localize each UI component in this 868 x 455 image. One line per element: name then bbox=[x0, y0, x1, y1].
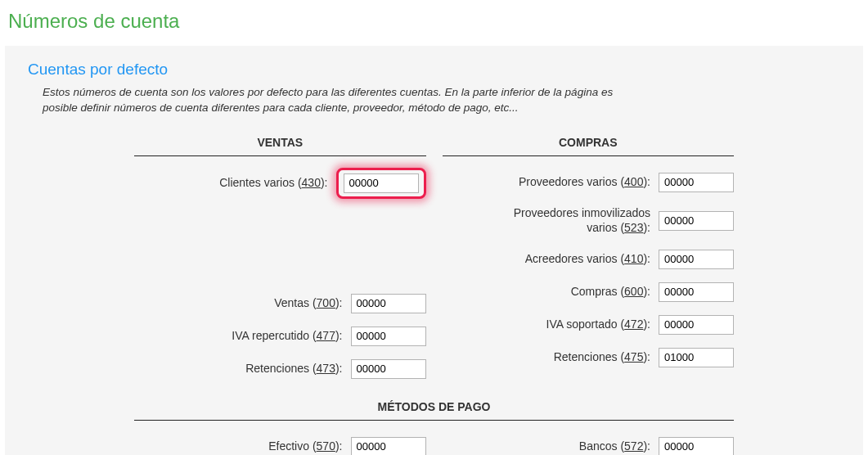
ventas-spacer bbox=[134, 202, 426, 289]
label-suffix: ): bbox=[335, 439, 343, 453]
row-retenciones-compras: Retenciones (475): bbox=[443, 343, 735, 372]
label-text: Ventas ( bbox=[274, 296, 316, 309]
label-compras: Compras (600): bbox=[443, 285, 659, 300]
row-iva-repercutido: IVA repercutido (477): bbox=[134, 322, 426, 351]
label-suffix: ): bbox=[643, 252, 650, 265]
ventas-column: VENTAS Clientes varios (430): Ventas (70… bbox=[134, 131, 426, 387]
label-text: Retenciones ( bbox=[554, 350, 624, 363]
label-suffix: ): bbox=[335, 362, 343, 375]
label-text: Proveedores varios ( bbox=[519, 175, 624, 188]
row-ventas: Ventas (700): bbox=[134, 289, 426, 318]
input-proveedores-inmovilizados[interactable] bbox=[659, 211, 734, 231]
row-efectivo: Efectivo (570): bbox=[134, 432, 426, 455]
label-text: Compras ( bbox=[571, 285, 624, 298]
label-line1: Proveedores inmovilizados bbox=[443, 206, 651, 221]
label-suffix: ): bbox=[335, 329, 343, 342]
row-bancos: Bancos (572): bbox=[443, 432, 735, 455]
label-efectivo: Efectivo (570): bbox=[134, 439, 351, 454]
label-code: 410 bbox=[624, 252, 643, 265]
label-text: varios ( bbox=[587, 221, 624, 234]
label-suffix: ): bbox=[643, 439, 650, 453]
page-title: Números de cuenta bbox=[8, 10, 868, 33]
input-ventas[interactable] bbox=[351, 294, 426, 313]
label-text: IVA soportado ( bbox=[546, 318, 624, 331]
label-iva-soportado: IVA soportado (472): bbox=[443, 318, 659, 332]
row-iva-soportado: IVA soportado (472): bbox=[443, 310, 735, 340]
label-code: 473 bbox=[317, 362, 335, 375]
compras-header: COMPRAS bbox=[443, 131, 735, 156]
label-suffix: ): bbox=[321, 176, 328, 189]
input-retenciones-compras[interactable] bbox=[659, 348, 734, 367]
input-iva-repercutido[interactable] bbox=[351, 327, 426, 346]
label-retenciones-compras: Retenciones (475): bbox=[443, 350, 659, 365]
highlight-clientes-varios bbox=[336, 168, 426, 199]
label-suffix: ): bbox=[643, 318, 650, 331]
label-code: 700 bbox=[317, 296, 335, 309]
label-retenciones-ventas: Retenciones (473): bbox=[134, 362, 351, 376]
input-bancos[interactable] bbox=[659, 437, 734, 455]
label-ventas: Ventas (700): bbox=[134, 296, 351, 311]
label-text: Acreedores varios ( bbox=[525, 252, 624, 265]
label-proveedores-varios: Proveedores varios (400): bbox=[443, 175, 659, 190]
label-code: 570 bbox=[317, 439, 335, 453]
row-clientes-varios: Clientes varios (430): bbox=[134, 168, 426, 199]
pago-col-bancos: Bancos (572): bbox=[443, 432, 735, 455]
label-text: Efectivo ( bbox=[268, 439, 316, 453]
row-proveedores-inmovilizados: Proveedores inmovilizados varios (523): bbox=[443, 200, 735, 241]
label-code: 472 bbox=[624, 318, 643, 331]
compras-column: COMPRAS Proveedores varios (400): Provee… bbox=[443, 131, 735, 387]
input-compras[interactable] bbox=[659, 282, 734, 302]
label-code: 430 bbox=[302, 176, 321, 189]
pago-col-efectivo: Efectivo (570): bbox=[134, 432, 426, 455]
input-retenciones-ventas[interactable] bbox=[351, 359, 426, 379]
label-code: 400 bbox=[624, 175, 643, 188]
metodos-pago-header: MÉTODOS DE PAGO bbox=[134, 395, 734, 421]
label-suffix: ): bbox=[643, 285, 650, 298]
label-acreedores-varios: Acreedores varios (410): bbox=[443, 252, 659, 267]
label-code: 600 bbox=[624, 285, 643, 298]
label-code: 475 bbox=[624, 350, 643, 363]
label-suffix: ): bbox=[643, 175, 650, 188]
input-proveedores-varios[interactable] bbox=[659, 173, 734, 192]
row-proveedores-varios: Proveedores varios (400): bbox=[443, 168, 735, 197]
label-text: Retenciones ( bbox=[245, 362, 316, 375]
row-compras: Compras (600): bbox=[443, 277, 735, 307]
panel-title: Cuentas por defecto bbox=[28, 61, 840, 79]
input-iva-soportado[interactable] bbox=[659, 315, 734, 335]
label-suffix: ): bbox=[335, 296, 343, 309]
label-suffix: ): bbox=[643, 221, 650, 234]
label-iva-repercutido: IVA repercutido (477): bbox=[134, 329, 351, 344]
row-retenciones-ventas: Retenciones (473): bbox=[134, 354, 426, 384]
label-text: IVA repercutido ( bbox=[232, 329, 316, 342]
metodos-pago-block: MÉTODOS DE PAGO Efectivo (570): Bancos (… bbox=[28, 395, 840, 455]
label-proveedores-inmovilizados: Proveedores inmovilizados varios (523): bbox=[443, 206, 659, 235]
panel-description: Estos números de cuenta son los valores … bbox=[43, 85, 632, 116]
label-bancos: Bancos (572): bbox=[443, 439, 659, 454]
label-code: 572 bbox=[624, 439, 643, 453]
label-code: 523 bbox=[624, 221, 643, 234]
input-acreedores-varios[interactable] bbox=[659, 250, 734, 269]
label-text: Clientes varios ( bbox=[219, 176, 301, 189]
defaults-panel: Cuentas por defecto Estos números de cue… bbox=[5, 46, 863, 455]
input-clientes-varios[interactable] bbox=[344, 173, 419, 193]
label-code: 477 bbox=[317, 329, 335, 342]
row-acreedores-varios: Acreedores varios (410): bbox=[443, 245, 735, 274]
input-efectivo[interactable] bbox=[351, 437, 426, 455]
label-text: Bancos ( bbox=[579, 439, 624, 453]
ventas-header: VENTAS bbox=[134, 131, 426, 156]
label-clientes-varios: Clientes varios (430): bbox=[134, 176, 336, 191]
label-suffix: ): bbox=[643, 350, 650, 363]
